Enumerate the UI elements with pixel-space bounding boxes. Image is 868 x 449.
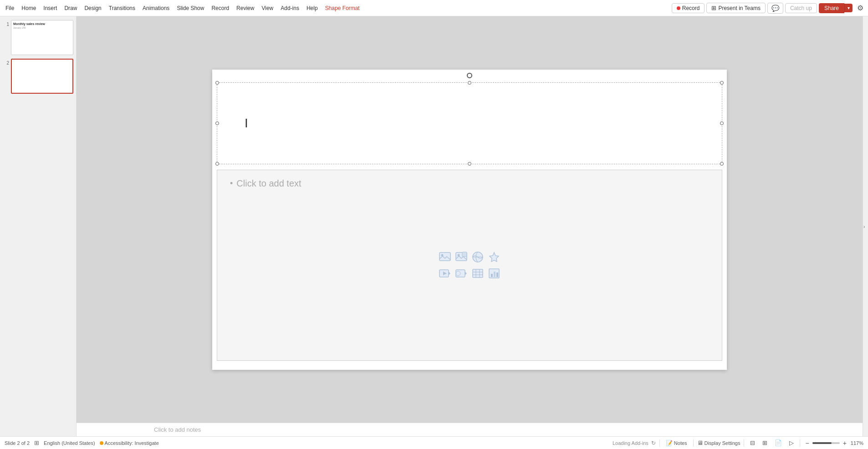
handle-midleft[interactable] — [215, 121, 219, 125]
insert-icons-icon[interactable] — [487, 250, 501, 264]
handle-topright[interactable] — [720, 81, 724, 85]
menu-file[interactable]: File — [2, 3, 18, 13]
content-icons-grid — [438, 250, 501, 281]
accessibility-text: Accessibility: Investigate — [105, 440, 159, 446]
language-indicator[interactable]: English (United States) — [44, 440, 95, 446]
catchup-button[interactable]: Catch up — [785, 3, 817, 13]
handle-bottomleft[interactable] — [215, 162, 219, 166]
canvas-area: I • Click to add text — [77, 16, 863, 436]
display-settings-icon: 🖥 — [697, 439, 703, 446]
notes-button[interactable]: 📝 Notes — [664, 439, 689, 447]
svg-rect-4 — [462, 252, 467, 257]
slide-thumb-title-1: Monthly sales review — [13, 22, 71, 25]
menu-record[interactable]: Record — [208, 3, 233, 13]
text-cursor-icon: I — [245, 116, 248, 131]
zoom-slider-fill — [812, 442, 832, 444]
accessibility-button[interactable]: ⚙ — [854, 2, 866, 14]
accessibility-dot-icon — [100, 441, 103, 445]
notes-area[interactable]: Click to add notes — [77, 423, 863, 436]
menu-home[interactable]: Home — [18, 3, 40, 13]
svg-rect-0 — [439, 252, 450, 261]
insert-stock-images-icon[interactable] — [454, 250, 469, 264]
slide-panel: 1 Monthly sales review January 200 2 — [0, 16, 77, 436]
status-left: Slide 2 of 2 ⊞ English (United States) A… — [5, 439, 159, 446]
status-separator-2 — [693, 439, 694, 447]
menu-review[interactable]: Review — [233, 3, 258, 13]
slide-thumb-content-2 — [12, 60, 72, 63]
handle-midright[interactable] — [720, 121, 724, 125]
slide-canvas[interactable]: I • Click to add text — [212, 70, 727, 370]
zoom-out-button[interactable]: − — [804, 439, 810, 447]
present-label: Present in Teams — [718, 5, 761, 11]
menu-insert[interactable]: Insert — [40, 3, 61, 13]
main-area: 1 Monthly sales review January 200 2 — [0, 16, 868, 436]
status-icon-view: ⊞ — [34, 439, 39, 446]
zoom-percentage[interactable]: 117% — [851, 440, 863, 446]
zoom-in-button[interactable]: + — [842, 439, 848, 447]
record-dot-icon — [677, 6, 680, 10]
view-slide-sorter-icon[interactable]: ⊞ — [760, 439, 770, 447]
share-button-group: Share ▾ — [819, 3, 853, 13]
toolbar-right: Record ⊞ Present in Teams 💬 Catch up Sha… — [672, 2, 866, 14]
title-textbox[interactable]: I — [217, 82, 722, 164]
present-teams-button[interactable]: ⊞ Present in Teams — [706, 3, 766, 13]
menu-animations[interactable]: Animations — [139, 3, 173, 13]
insert-table-icon[interactable] — [470, 266, 485, 281]
content-textbox[interactable]: • Click to add text — [217, 170, 722, 361]
click-to-add-text: • Click to add text — [230, 178, 301, 189]
rotate-handle[interactable] — [467, 73, 472, 78]
menu-bar: File Home Insert Draw Design Transitions… — [0, 0, 868, 16]
menu-addins[interactable]: Add-ins — [277, 3, 303, 13]
status-separator-3 — [744, 439, 744, 447]
catchup-label: Catch up — [790, 5, 812, 11]
slide-number-1: 1 — [3, 22, 9, 27]
slide-thumbnail-1[interactable]: Monthly sales review January 200 — [11, 20, 73, 55]
status-bar: Slide 2 of 2 ⊞ English (United States) A… — [0, 436, 868, 449]
svg-rect-20 — [496, 272, 498, 277]
record-label: Record — [682, 5, 700, 11]
slide-thumb-wrapper-2: 2 — [3, 59, 73, 94]
slide-thumbnail-2[interactable] — [11, 59, 73, 94]
accessibility-badge[interactable]: Accessibility: Investigate — [100, 440, 159, 446]
insert-image-icon[interactable] — [438, 250, 452, 264]
menu-draw[interactable]: Draw — [61, 3, 81, 13]
collapse-panel-icon[interactable]: › — [863, 224, 865, 229]
canvas-scroll: I • Click to add text — [77, 16, 863, 423]
loading-spinner-icon: ↻ — [651, 440, 656, 446]
notes-icon: 📝 — [666, 440, 673, 446]
menu-slideshow[interactable]: Slide Show — [173, 3, 208, 13]
zoom-slider[interactable] — [812, 442, 840, 444]
status-right: Loading Add-ins ↻ 📝 Notes 🖥 Display Sett… — [613, 439, 863, 447]
handle-topleft[interactable] — [215, 81, 219, 85]
insert-video-icon[interactable] — [438, 266, 452, 281]
comment-button[interactable]: 💬 — [767, 3, 783, 14]
insert-chart-icon[interactable] — [487, 266, 501, 281]
notes-label: Notes — [674, 440, 687, 446]
handle-bottomcenter[interactable] — [468, 162, 471, 166]
insert-online-pictures-icon[interactable] — [470, 250, 485, 264]
zoom-bar: − + — [804, 439, 848, 447]
insert-online-video-icon[interactable] — [454, 266, 469, 281]
handle-bottomright[interactable] — [720, 162, 724, 166]
status-separator-4 — [800, 439, 800, 447]
handle-topcenter[interactable] — [468, 81, 471, 85]
menu-view[interactable]: View — [258, 3, 277, 13]
view-slideshow-icon[interactable]: ▷ — [787, 439, 796, 447]
share-label: Share — [824, 5, 839, 11]
bullet-icon: • — [230, 179, 233, 188]
right-panel: › — [863, 16, 868, 436]
svg-rect-12 — [473, 269, 483, 277]
menu-help[interactable]: Help — [303, 3, 322, 13]
share-button[interactable]: Share — [819, 3, 844, 13]
menu-design[interactable]: Design — [81, 3, 105, 13]
svg-marker-8 — [449, 272, 450, 275]
display-settings-button[interactable]: 🖥 Display Settings — [697, 439, 740, 446]
share-dropdown-button[interactable]: ▾ — [844, 4, 853, 12]
display-settings-label: Display Settings — [705, 440, 740, 446]
view-reading-icon[interactable]: 📄 — [772, 439, 784, 447]
status-separator-1 — [659, 439, 660, 447]
menu-transitions[interactable]: Transitions — [105, 3, 139, 13]
menu-shapeformat[interactable]: Shape Format — [322, 3, 363, 13]
record-button[interactable]: Record — [672, 3, 705, 13]
view-normal-icon[interactable]: ⊟ — [748, 439, 757, 447]
